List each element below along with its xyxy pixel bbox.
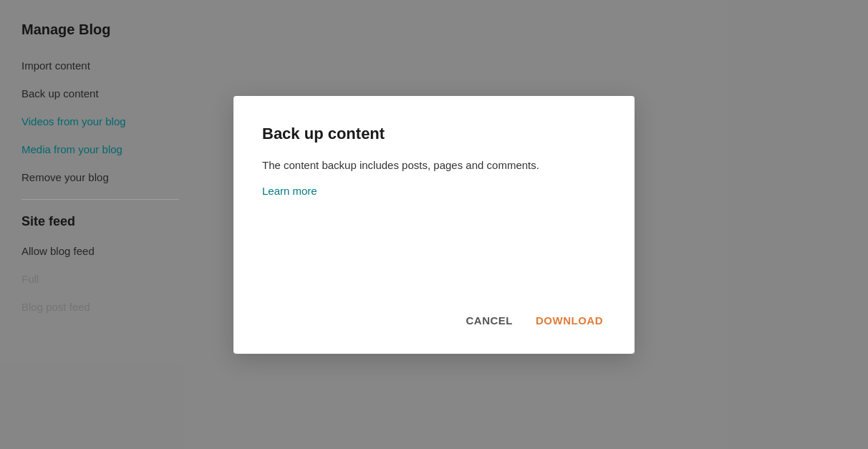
cancel-button[interactable]: CANCEL	[463, 309, 516, 332]
modal-body: Back up content The content backup inclu…	[262, 125, 606, 280]
modal-footer: CANCEL DOWNLOAD	[262, 309, 606, 332]
modal-title: Back up content	[262, 125, 606, 143]
modal-overlay: Back up content The content backup inclu…	[0, 0, 868, 449]
modal-dialog: Back up content The content backup inclu…	[233, 96, 635, 354]
modal-description: The content backup includes posts, pages…	[262, 158, 606, 174]
download-button[interactable]: DOWNLOAD	[533, 309, 606, 332]
learn-more-link[interactable]: Learn more	[262, 185, 317, 197]
